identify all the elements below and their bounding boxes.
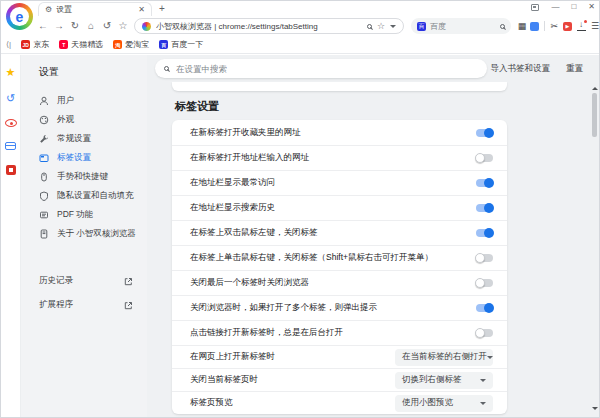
- wallet-icon[interactable]: [5, 142, 16, 150]
- red-app-icon[interactable]: [6, 165, 16, 175]
- setting-row: 在新标签打开地址栏输入的网址: [172, 145, 507, 170]
- tab-strip: e ⚙ 设置 ✕ + — □ ✕: [1, 1, 599, 16]
- toggle-switch[interactable]: [476, 254, 493, 262]
- search-icon[interactable]: [500, 24, 505, 29]
- divider: [544, 21, 545, 31]
- quick-search-box[interactable]: 百 百度: [411, 18, 511, 34]
- browser-logo-icon: e: [6, 3, 33, 30]
- reset-button[interactable]: 重置: [566, 63, 583, 75]
- setting-row: 在标签上双击鼠标左键，关闭标签: [172, 220, 507, 245]
- settings-scroll-area: 标签设置 在新标签打开收藏夹里的网址 在新标签打开地址栏输入的网址 在地址栏显示…: [147, 82, 599, 417]
- new-tab-button[interactable]: +: [159, 4, 165, 14]
- select-dropdown[interactable]: 切换到右侧标签: [395, 372, 493, 389]
- minimize-button[interactable]: —: [551, 3, 559, 11]
- chevron-down-icon: [480, 402, 486, 408]
- sidebar-item-about[interactable]: 关于 小智双核浏览器: [21, 224, 147, 243]
- tab-icon: [39, 153, 49, 163]
- tab-settings-card: 在新标签打开收藏夹里的网址 在新标签打开地址栏输入的网址 在地址栏显示最常访问 …: [172, 120, 507, 414]
- home-icon[interactable]: ⌂: [86, 21, 96, 31]
- toggle-switch[interactable]: [476, 304, 493, 312]
- favorites-panel-icon[interactable]: ★: [6, 67, 16, 78]
- browser-tab[interactable]: ⚙ 设置 ✕: [38, 2, 152, 16]
- toggle-switch[interactable]: [476, 154, 493, 162]
- shield-icon: [39, 191, 49, 201]
- maximize-button[interactable]: □: [571, 3, 576, 11]
- download-icon[interactable]: ↓: [577, 22, 586, 31]
- skin-icon[interactable]: [531, 4, 539, 11]
- scrollbar-thumb[interactable]: [592, 93, 597, 137]
- sidebar-item-tab-settings[interactable]: 标签设置: [21, 148, 147, 167]
- bookmark-item[interactable]: 淘 爱淘宝: [113, 39, 149, 50]
- address-bar[interactable]: 小智双核浏览器 | chrome://settings/tabSetting ☆: [134, 18, 404, 34]
- sidebar-item-general[interactable]: 常规设置: [21, 129, 147, 148]
- apps-grid-icon[interactable]: ▦: [518, 22, 526, 31]
- bookmarks-bar: ⟨| JD 京东 T 天猫精选 淘 爱淘宝 百 百度一下: [1, 36, 599, 54]
- favorite-icon[interactable]: ☆: [118, 21, 128, 31]
- toggle-switch[interactable]: [476, 179, 493, 187]
- tab-close-icon[interactable]: ✕: [138, 6, 145, 14]
- settings-search-input[interactable]: [176, 64, 478, 74]
- sidebar-item-user[interactable]: 用户: [21, 91, 147, 110]
- setting-row: 标签页预览 使用小图预览: [172, 391, 507, 414]
- scrollbar[interactable]: [591, 82, 598, 415]
- search-icon: [164, 66, 169, 71]
- bookmark-item[interactable]: JD 京东: [21, 39, 49, 50]
- chevron-down-icon[interactable]: [390, 25, 396, 31]
- previous-section-card-bottom: [172, 82, 507, 91]
- sidebar-link-history[interactable]: 历史记录: [21, 269, 147, 293]
- video-tool-icon[interactable]: ▶: [563, 22, 572, 31]
- sidebar-item-gestures[interactable]: 手势和快捷键: [21, 167, 147, 186]
- download-badge: [584, 20, 587, 23]
- side-panel-strip: ★ ↺: [1, 55, 21, 417]
- sidebar-item-privacy[interactable]: 隐私设置和自动填充: [21, 186, 147, 205]
- browser-window: e ⚙ 设置 ✕ + — □ ✕ ← → ↻ ⌂ ↺ ☆ 小智双核浏览器 | c…: [0, 0, 600, 418]
- eye-icon[interactable]: [5, 119, 17, 127]
- nav-buttons: ← → ↻ ⌂ ↺ ☆: [38, 21, 128, 31]
- menu-icon[interactable]: ☰: [591, 22, 599, 31]
- select-dropdown[interactable]: 使用小图预览: [395, 395, 493, 412]
- setting-row: 在新标签打开收藏夹里的网址: [172, 120, 507, 145]
- extension-blue-icon[interactable]: [530, 22, 539, 31]
- header-actions: 导入书签和设置 重置: [491, 63, 584, 75]
- sidebar-item-appearance[interactable]: 外观: [21, 110, 147, 129]
- external-link-icon: [124, 277, 133, 286]
- toggle-switch[interactable]: [476, 329, 493, 337]
- toggle-switch[interactable]: [476, 279, 493, 287]
- sidebar-item-pdf[interactable]: PDF 功能: [21, 205, 147, 224]
- select-dropdown[interactable]: 在当前标签的右侧打开: [395, 349, 493, 366]
- mouse-icon: [39, 172, 49, 182]
- screenshot-scissors-icon[interactable]: ✂: [550, 22, 558, 31]
- section-title: 标签设置: [175, 99, 599, 114]
- external-link-icon: [124, 301, 133, 310]
- gear-icon: ⚙: [45, 6, 52, 14]
- jd-icon: JD: [21, 40, 30, 49]
- history-panel-icon[interactable]: ↺: [6, 93, 15, 104]
- reload-icon[interactable]: ↻: [70, 21, 80, 31]
- sidebar-link-extensions[interactable]: 扩展程序: [21, 293, 147, 317]
- zoom-icon[interactable]: [367, 24, 372, 29]
- sidebar-links: 历史记录 扩展程序: [21, 269, 147, 317]
- wrench-icon: [39, 134, 49, 144]
- toggle-switch[interactable]: [476, 229, 493, 237]
- close-button[interactable]: ✕: [588, 3, 595, 11]
- scroll-down-arrow[interactable]: [592, 407, 598, 413]
- bookmark-item[interactable]: 百 百度一下: [159, 39, 203, 50]
- chevron-down-icon: [487, 356, 493, 362]
- toggle-switch[interactable]: [476, 204, 493, 212]
- palette-icon: [39, 115, 49, 125]
- taobao-icon: 淘: [113, 40, 122, 49]
- toolbar: ← → ↻ ⌂ ↺ ☆ 小智双核浏览器 | chrome://settings/…: [1, 16, 599, 36]
- collapse-sidebar-icon[interactable]: ⟨|: [6, 41, 11, 49]
- restore-tab-icon[interactable]: ↺: [102, 21, 112, 31]
- back-icon[interactable]: ←: [38, 21, 48, 31]
- settings-search-box[interactable]: [155, 59, 487, 78]
- toggle-switch[interactable]: [476, 129, 493, 137]
- import-bookmarks-button[interactable]: 导入书签和设置: [491, 63, 551, 75]
- setting-row: 在标签上单击鼠标右键，关闭标签（Shift+鼠标右击可打开菜单）: [172, 245, 507, 270]
- settings-sidebar: 设置 用户 外观 常规设置 标签设置 手势和快捷键: [21, 55, 147, 417]
- search-engine-label: 百度: [430, 21, 496, 32]
- forward-icon[interactable]: →: [54, 21, 64, 31]
- bookmark-star-icon[interactable]: ☆: [377, 22, 385, 31]
- bookmark-item[interactable]: T 天猫精选: [59, 39, 103, 50]
- scroll-up-arrow[interactable]: [592, 84, 598, 90]
